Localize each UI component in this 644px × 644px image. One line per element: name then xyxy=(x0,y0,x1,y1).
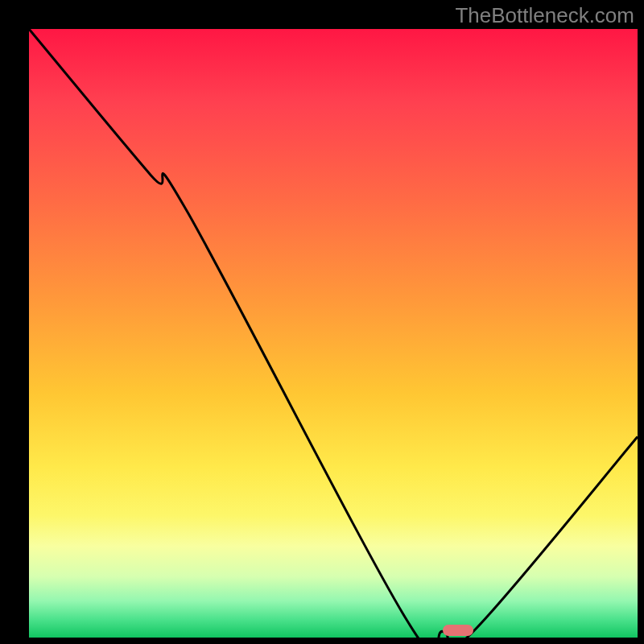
bottleneck-curve-svg xyxy=(29,29,638,638)
chart-container: TheBottleneck.com xyxy=(0,0,644,644)
bottleneck-curve-line xyxy=(29,29,638,644)
minimum-marker xyxy=(443,625,473,636)
watermark-text: TheBottleneck.com xyxy=(455,3,634,28)
